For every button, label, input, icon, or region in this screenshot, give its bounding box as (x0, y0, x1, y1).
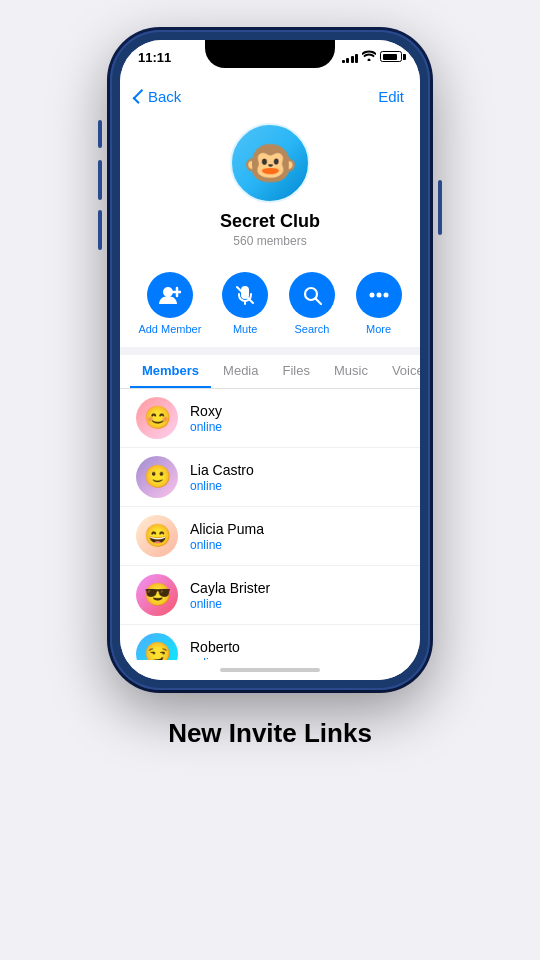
avatar: 😎 (136, 574, 178, 616)
page-wrapper: 11:11 (0, 0, 540, 960)
member-name: Lia Castro (190, 462, 254, 478)
member-name: Cayla Brister (190, 580, 270, 596)
battery-icon (380, 51, 402, 62)
list-item[interactable]: 🙂 Lia Castro online (120, 448, 420, 507)
search-icon (289, 272, 335, 318)
avatar: 😏 (136, 633, 178, 660)
more-icon (356, 272, 402, 318)
group-avatar: 🐵 (230, 123, 310, 203)
group-profile: 🐵 Secret Club 560 members (120, 113, 420, 260)
svg-line-6 (315, 299, 321, 305)
member-status: online (190, 597, 270, 611)
member-info: Alicia Puma online (190, 521, 264, 552)
member-name: Roberto (190, 639, 240, 655)
phone-shell: 11:11 (110, 30, 430, 690)
tab-voice[interactable]: Voice (380, 355, 420, 388)
chevron-left-icon (133, 89, 148, 104)
add-member-label: Add Member (138, 323, 201, 335)
section-divider (120, 347, 420, 355)
status-icons (342, 50, 403, 63)
member-name: Roxy (190, 403, 222, 419)
action-buttons-row: Add Member Mute (120, 260, 420, 347)
tab-files[interactable]: Files (271, 355, 322, 388)
member-info: Cayla Brister online (190, 580, 270, 611)
avatar: 😄 (136, 515, 178, 557)
group-avatar-emoji: 🐵 (243, 137, 298, 189)
tab-music[interactable]: Music (322, 355, 380, 388)
add-member-button[interactable]: Add Member (138, 272, 201, 335)
svg-point-7 (369, 293, 374, 298)
group-members-count: 560 members (233, 234, 306, 248)
phone-screen: 11:11 (120, 40, 420, 680)
svg-point-0 (163, 287, 173, 297)
home-bar (220, 668, 320, 672)
group-name: Secret Club (220, 211, 320, 232)
tab-media[interactable]: Media (211, 355, 270, 388)
tabs-container: Members Media Files Music Voice Li... (120, 355, 420, 389)
tab-members[interactable]: Members (130, 355, 211, 388)
silent-switch (98, 120, 102, 148)
member-status: online (190, 420, 222, 434)
svg-point-9 (383, 293, 388, 298)
member-info: Lia Castro online (190, 462, 254, 493)
more-button[interactable]: More (356, 272, 402, 335)
tabs-row: Members Media Files Music Voice Li... (120, 355, 420, 388)
more-label: More (366, 323, 391, 335)
member-info: Roberto online (190, 639, 240, 661)
status-time: 11:11 (138, 50, 171, 65)
back-button[interactable]: Back (136, 88, 181, 105)
mute-label: Mute (233, 323, 257, 335)
member-name: Alicia Puma (190, 521, 264, 537)
page-title: New Invite Links (168, 718, 372, 749)
search-button[interactable]: Search (289, 272, 335, 335)
list-item[interactable]: 😎 Cayla Brister online (120, 566, 420, 625)
member-status: online (190, 538, 264, 552)
edit-button[interactable]: Edit (378, 88, 404, 105)
signal-icon (342, 51, 359, 63)
avatar: 😊 (136, 397, 178, 439)
member-info: Roxy online (190, 403, 222, 434)
list-item[interactable]: 😄 Alicia Puma online (120, 507, 420, 566)
add-member-icon (147, 272, 193, 318)
members-list: 😊 Roxy online 🙂 Lia Castro online 😄 (120, 389, 420, 660)
notch (205, 40, 335, 68)
avatar: 🙂 (136, 456, 178, 498)
volume-down-button (98, 210, 102, 250)
navigation-bar: Back Edit (120, 84, 420, 113)
back-label: Back (148, 88, 181, 105)
home-indicator (120, 660, 420, 680)
list-item[interactable]: 😊 Roxy online (120, 389, 420, 448)
battery-fill (383, 54, 397, 60)
volume-up-button (98, 160, 102, 200)
mute-button[interactable]: Mute (222, 272, 268, 335)
power-button (438, 180, 442, 235)
mute-icon (222, 272, 268, 318)
svg-point-8 (376, 293, 381, 298)
list-item[interactable]: 😏 Roberto online (120, 625, 420, 660)
status-bar: 11:11 (120, 40, 420, 84)
search-label: Search (294, 323, 329, 335)
wifi-icon (362, 50, 376, 63)
member-status: online (190, 479, 254, 493)
